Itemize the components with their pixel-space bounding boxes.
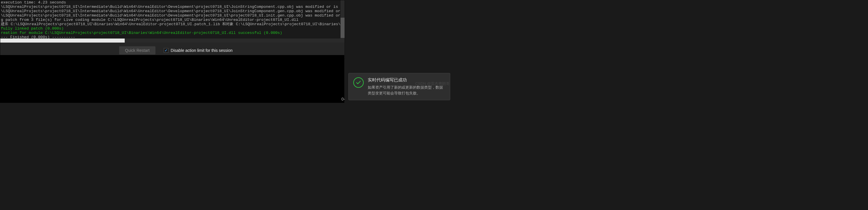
console-output[interactable]: execution time: 4.23 seconds\LSQUnrealPr…	[0, 0, 345, 38]
vertical-scroll-thumb[interactable]	[341, 18, 345, 38]
notification-toast[interactable]: 实时代码编写已成功 如果资产引用了新的或更新的数据类型，数据类型变更可能会导致打…	[348, 73, 450, 100]
disable-action-limit-label: Disable action limit for this session	[171, 48, 232, 53]
console-line: \LSQUnrealProjects\project0718_UI\Interm…	[1, 5, 344, 9]
console-line: \LSQUnrealProjects\project0718_UI\Interm…	[1, 9, 344, 13]
quick-restart-button[interactable]: Quick Restart	[119, 46, 156, 55]
console-line: reation for module C:\LSQUnrealProjects\…	[1, 31, 344, 35]
console-line: fully linked patch (0.000s)	[1, 26, 344, 31]
console-line: --- Finished (0.000s) ----------	[1, 35, 344, 38]
horizontal-scroll-thumb[interactable]	[0, 38, 125, 42]
success-check-icon	[353, 77, 364, 88]
console-line: execution time: 4.23 seconds	[1, 0, 344, 5]
disable-action-limit-checkbox[interactable]: ✓	[164, 48, 168, 53]
console-line: \LSQUnrealProjects\project0718_UI\Interm…	[1, 13, 344, 18]
watermark-text: CSDN @雷杰弗朗哥	[415, 81, 450, 86]
console-line: 建库 C:\LSQUnrealProjects\project0718_UI\B…	[1, 22, 344, 26]
horizontal-scrollbar[interactable]	[0, 38, 345, 42]
toast-content: 实时代码编写已成功 如果资产引用了新的或更新的数据类型，数据类型变更可能会导致打…	[368, 77, 445, 96]
console-line: g patch from 3 file(s) for Live coding m…	[1, 18, 344, 22]
live-coding-panel: execution time: 4.23 seconds\LSQUnrealPr…	[0, 0, 345, 59]
viewport-dark-area	[0, 55, 344, 103]
status-indicator: 0-	[341, 97, 345, 101]
vertical-scrollbar[interactable]	[341, 0, 345, 38]
disable-action-limit-checkbox-wrap[interactable]: ✓ Disable action limit for this session	[164, 48, 232, 53]
